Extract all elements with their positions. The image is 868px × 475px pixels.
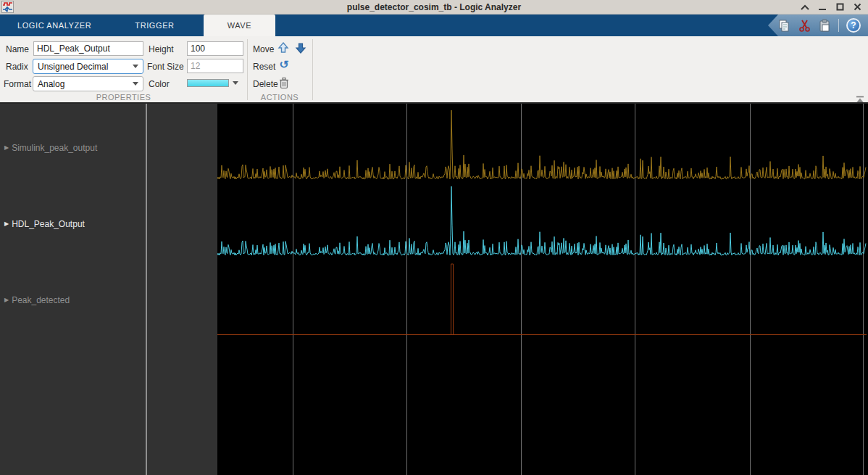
signal-item-simulink-peak-output[interactable]: ▶ Simulink_peak_output [4, 143, 97, 153]
tab-logic-analyzer[interactable]: LOGIC ANALYZER [7, 15, 101, 36]
collapse-toolstrip-icon[interactable] [855, 93, 865, 100]
maximize-icon[interactable] [835, 2, 845, 12]
font-size-input[interactable] [187, 59, 243, 73]
signal-name-label: HDL_Peak_Output [12, 219, 85, 229]
minimize-icon[interactable] [817, 2, 827, 12]
close-icon[interactable] [852, 2, 862, 12]
waveform-canvas[interactable] [217, 104, 867, 475]
signal-name-label: Peak_detected [12, 295, 70, 305]
font-size-label: Font Size [147, 62, 184, 72]
tab-trigger[interactable]: TRIGGER [125, 15, 184, 36]
restore-chevron-icon[interactable] [800, 2, 810, 12]
signal-item-hdl-peak-output[interactable]: ▶ HDL_Peak_Output [4, 219, 85, 229]
delete-label: Delete [253, 79, 278, 89]
copy-icon[interactable] [777, 19, 791, 33]
waveform-display[interactable] [217, 104, 868, 475]
wave-toolstrip: Name Radix Unsigned Decimal Format Analo… [0, 36, 868, 102]
radix-dropdown[interactable]: Unsigned Decimal [33, 59, 143, 74]
group-separator [312, 39, 313, 100]
format-label: Format [4, 79, 31, 89]
signal-item-peak-detected[interactable]: ▶ Peak_detected [4, 295, 70, 305]
move-label: Move [253, 44, 274, 54]
properties-section-label: PROPERTIES [0, 93, 247, 102]
chevron-down-icon [133, 82, 138, 86]
cut-icon[interactable] [798, 19, 811, 33]
tab-wave[interactable]: WAVE [204, 15, 276, 36]
radix-label: Radix [6, 62, 28, 72]
signal-names-panel[interactable]: ▶ Simulink_peak_output ▶ HDL_Peak_Output… [0, 104, 147, 475]
chevron-down-icon [133, 65, 138, 68]
title-bar: pulse_detector_cosim_tb - Logic Analyzer [0, 0, 868, 15]
name-label: Name [6, 44, 29, 54]
expand-arrow-icon[interactable]: ▶ [4, 221, 9, 227]
paste-icon[interactable] [818, 19, 831, 33]
reset-label: Reset [253, 62, 275, 72]
color-swatch[interactable] [187, 79, 229, 87]
chevron-down-icon[interactable] [233, 81, 238, 85]
actions-section-label: ACTIONS [247, 93, 312, 102]
group-separator [247, 39, 248, 100]
signal-name-label: Simulink_peak_output [12, 143, 97, 153]
radix-value: Unsigned Decimal [38, 62, 108, 72]
format-dropdown[interactable]: Analog [33, 76, 143, 91]
name-input[interactable] [33, 41, 143, 56]
expand-arrow-icon[interactable]: ▶ [4, 145, 9, 151]
height-input[interactable] [187, 41, 243, 56]
ribbon-tab-bar: LOGIC ANALYZER TRIGGER WAVE ? [0, 15, 868, 36]
help-icon[interactable]: ? [846, 18, 861, 33]
delete-trash-icon[interactable] [277, 75, 291, 90]
wave-workspace: ▶ Simulink_peak_output ▶ HDL_Peak_Output… [0, 102, 868, 475]
color-label: Color [149, 79, 170, 89]
expand-arrow-icon[interactable]: ▶ [4, 297, 9, 303]
move-down-icon[interactable] [294, 41, 307, 55]
toolbar-separator [838, 19, 839, 32]
move-up-icon[interactable] [277, 41, 290, 55]
height-label: Height [149, 44, 174, 54]
signal-values-panel[interactable] [147, 104, 217, 475]
window-title: pulse_detector_cosim_tb - Logic Analyzer [0, 2, 868, 12]
reset-icon[interactable]: ↺ [277, 57, 291, 72]
format-value: Analog [38, 79, 64, 89]
